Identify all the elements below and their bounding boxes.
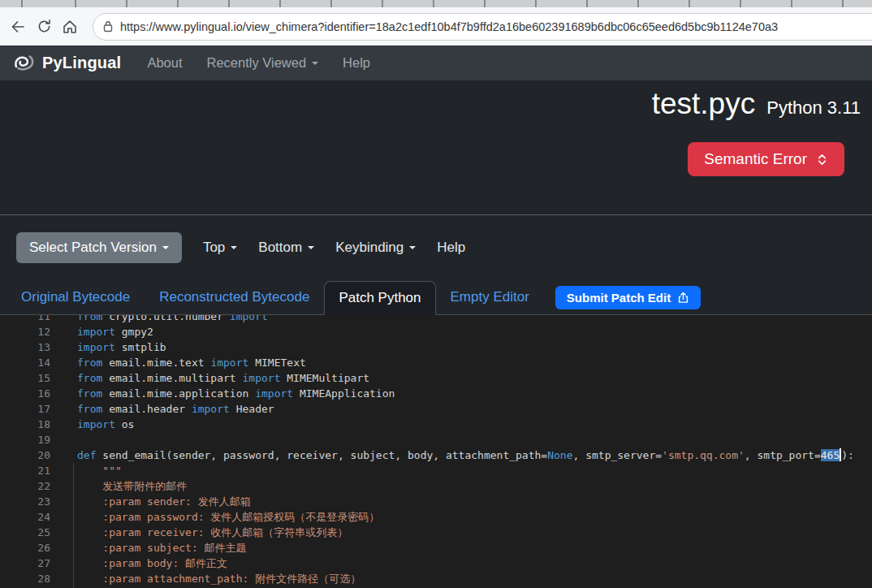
- code-line[interactable]: 12import gmpy2: [0, 324, 872, 339]
- code-text: """: [77, 463, 122, 478]
- code-text: from email.mime.multipart import MIMEMul…: [77, 370, 369, 386]
- nav-links: About Recently Viewed Help: [147, 55, 370, 71]
- code-text: from email.mime.application import MIMEA…: [77, 386, 395, 401]
- code-text: :param receiver: 收件人邮箱（字符串或列表）: [77, 525, 348, 540]
- code-text: from crypto.util.number import: [77, 315, 268, 324]
- tab-label: Patch Python: [339, 290, 421, 306]
- line-number: 27: [0, 556, 50, 571]
- menu-label: Top: [203, 240, 225, 256]
- code-text: import smtplib: [77, 339, 166, 355]
- code-text: import os: [77, 417, 134, 432]
- code-line[interactable]: 27 :param body: 邮件正文: [0, 556, 872, 571]
- line-number: 18: [0, 417, 50, 432]
- code-line[interactable]: 21 """: [0, 463, 872, 478]
- tab-empty-editor[interactable]: Empty Editor: [436, 280, 544, 314]
- patch-controls-section: Select Patch Version Top Bottom Keybindi…: [0, 214, 872, 315]
- caret-down-icon: [409, 246, 416, 249]
- line-number: 16: [0, 386, 50, 401]
- lock-icon[interactable]: [103, 20, 113, 32]
- line-number: 13: [0, 339, 50, 355]
- back-button[interactable]: [5, 14, 31, 40]
- refresh-icon: [37, 19, 52, 34]
- brand-name[interactable]: PyLingual: [42, 54, 121, 72]
- code-line[interactable]: 19: [0, 432, 872, 447]
- code-text: from email.header import Header: [77, 401, 274, 417]
- caret-down-icon: [312, 62, 318, 65]
- line-number: 23: [0, 494, 50, 509]
- code-text: :param sender: 发件人邮箱: [77, 494, 251, 509]
- code-text: :param subject: 邮件主题: [77, 540, 247, 556]
- home-icon: [62, 19, 78, 35]
- chevron-expand-icon: [816, 153, 828, 166]
- semantic-error-button[interactable]: Semantic Error: [688, 142, 844, 176]
- tab-label: Original Bytecode: [21, 289, 130, 305]
- code-text: :param password: 发件人邮箱授权码（不是登录密码）: [77, 509, 379, 525]
- browser-tab-strip[interactable]: [0, 0, 872, 7]
- tab-patch-python[interactable]: Patch Python: [324, 281, 435, 315]
- line-number: 11: [0, 315, 50, 324]
- line-number: 22: [0, 478, 50, 494]
- menu-label: Keybinding: [335, 240, 404, 256]
- line-number: 12: [0, 324, 50, 339]
- code-line[interactable]: 14from email.mime.text import MIMEText: [0, 355, 872, 370]
- code-line[interactable]: 23 :param sender: 发件人邮箱: [0, 494, 872, 509]
- arrow-left-icon: [10, 19, 26, 35]
- nav-label: Help: [343, 55, 370, 71]
- nav-item-recently-viewed[interactable]: Recently Viewed: [207, 55, 319, 71]
- menu-bar: Select Patch Version Top Bottom Keybindi…: [0, 215, 872, 280]
- nav-item-about[interactable]: About: [147, 55, 182, 71]
- select-patch-version-button[interactable]: Select Patch Version: [16, 232, 182, 263]
- line-number: 20: [0, 447, 50, 463]
- code-line[interactable]: 13import smtplib: [0, 339, 872, 355]
- code-line[interactable]: 17from email.header import Header: [0, 401, 872, 417]
- code-text: :param body: 邮件正文: [77, 556, 227, 571]
- tab-label: Reconstructed Bytecode: [159, 289, 309, 305]
- code-line[interactable]: 20def send_email(sender, password, recei…: [0, 447, 872, 463]
- menu-item-help[interactable]: Help: [437, 240, 465, 256]
- code-text: 发送带附件的邮件: [77, 478, 187, 494]
- file-name: test.pyc: [652, 87, 756, 120]
- refresh-button[interactable]: [31, 14, 57, 40]
- line-number: 17: [0, 401, 50, 417]
- code-text: :param attachment_path: 附件文件路径（可选）: [77, 571, 360, 586]
- line-number: 21: [0, 463, 50, 478]
- code-line[interactable]: 25 :param receiver: 收件人邮箱（字符串或列表）: [0, 525, 872, 540]
- code-line[interactable]: 22 发送带附件的邮件: [0, 478, 872, 494]
- code-editor[interactable]: 11from crypto.util.number import12import…: [0, 315, 872, 588]
- python-version: Python 3.11: [766, 97, 861, 118]
- caret-down-icon: [162, 246, 169, 249]
- tab-original-bytecode[interactable]: Original Bytecode: [6, 280, 145, 314]
- snake-logo-icon: [13, 53, 35, 73]
- line-number: 14: [0, 355, 50, 370]
- menu-item-keybinding[interactable]: Keybinding: [335, 240, 416, 256]
- address-bar[interactable]: [93, 13, 872, 41]
- code-line[interactable]: 28 :param attachment_path: 附件文件路径（可选）: [0, 571, 872, 586]
- url-input[interactable]: [120, 20, 872, 33]
- menu-item-bottom[interactable]: Bottom: [258, 240, 314, 256]
- select-patch-label: Select Patch Version: [29, 240, 157, 256]
- code-line[interactable]: 24 :param password: 发件人邮箱授权码（不是登录密码）: [0, 509, 872, 525]
- tab-reconstructed-bytecode[interactable]: Reconstructed Bytecode: [145, 280, 324, 314]
- code-line[interactable]: 26 :param subject: 邮件主题: [0, 540, 872, 556]
- file-title: test.pycPython 3.11: [0, 80, 872, 121]
- browser-toolbar: [0, 7, 872, 45]
- menu-label: Bottom: [258, 240, 302, 256]
- submit-patch-edit-button[interactable]: Submit Patch Edit: [555, 286, 701, 309]
- menu-item-top[interactable]: Top: [203, 240, 237, 256]
- line-number: 24: [0, 509, 50, 525]
- code-line[interactable]: 16from email.mime.application import MIM…: [0, 386, 872, 401]
- home-button[interactable]: [57, 14, 83, 40]
- code-text: def send_email(sender, password, receive…: [77, 447, 854, 463]
- code-text: import gmpy2: [77, 324, 153, 339]
- semantic-error-label: Semantic Error: [704, 150, 807, 168]
- submit-label: Submit Patch Edit: [567, 291, 671, 305]
- caret-down-icon: [231, 246, 237, 249]
- brand[interactable]: PyLingual: [13, 53, 121, 73]
- nav-item-help[interactable]: Help: [343, 55, 370, 71]
- tab-label: Empty Editor: [451, 289, 529, 305]
- code-line[interactable]: 15from email.mime.multipart import MIMEM…: [0, 370, 872, 386]
- code-line[interactable]: 11from crypto.util.number import: [0, 315, 872, 324]
- code-line[interactable]: 18import os: [0, 417, 872, 432]
- nav-label: About: [147, 55, 182, 71]
- hero-section: test.pycPython 3.11 Semantic Error: [0, 80, 872, 214]
